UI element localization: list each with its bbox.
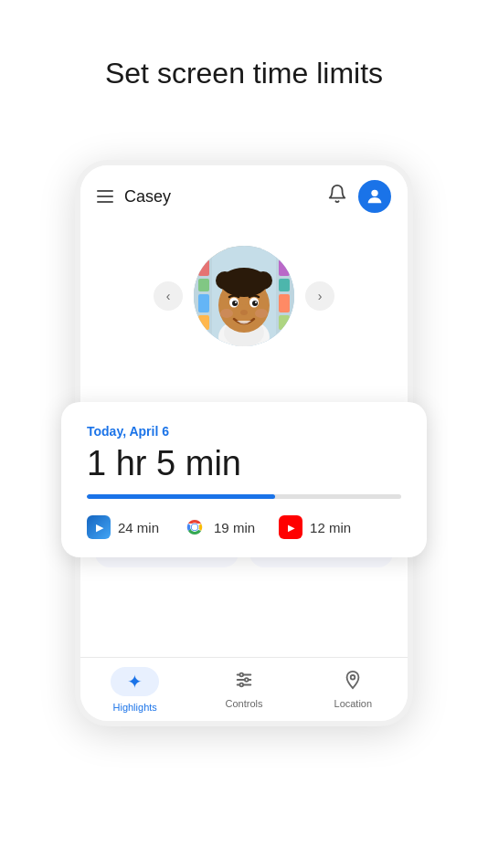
svg-rect-10 <box>279 294 290 312</box>
svg-rect-9 <box>279 279 290 291</box>
svg-point-24 <box>255 302 257 303</box>
next-child-button[interactable]: › <box>305 281 334 311</box>
child-photo <box>194 246 294 346</box>
svg-point-43 <box>351 675 355 680</box>
svg-point-18 <box>220 268 268 297</box>
page-title: Set screen time limits <box>0 0 488 121</box>
tab-highlights[interactable]: ✦ Highlights <box>80 658 189 721</box>
svg-point-21 <box>232 301 238 306</box>
app-usage-row: 24 min 19 min <box>87 515 401 539</box>
svg-point-26 <box>220 309 233 318</box>
svg-point-23 <box>235 302 237 303</box>
tab-highlights-label: Highlights <box>113 702 157 713</box>
chrome-time: 19 min <box>214 520 255 535</box>
progress-bar <box>87 494 401 499</box>
card-date: Today, April 6 <box>87 424 401 439</box>
tab-location-label: Location <box>334 698 373 709</box>
svg-point-0 <box>371 190 377 196</box>
youtube-icon <box>279 515 302 539</box>
location-icon <box>343 670 363 694</box>
svg-rect-5 <box>198 279 209 291</box>
controls-icon <box>234 670 254 694</box>
highlights-icon: ✦ <box>127 671 143 693</box>
svg-rect-11 <box>279 315 290 330</box>
progress-bar-fill <box>87 494 275 499</box>
svg-rect-7 <box>198 315 209 330</box>
app-usage-youtube: 12 min <box>279 515 351 539</box>
hamburger-icon[interactable] <box>97 190 113 203</box>
screen-time-card: Today, April 6 1 hr 5 min 24 min <box>61 402 427 557</box>
child-profile: ‹ <box>80 228 408 361</box>
play-time: 24 min <box>118 520 159 535</box>
youtube-time: 12 min <box>310 520 351 535</box>
svg-point-25 <box>240 310 248 315</box>
bottom-nav: ✦ Highlights Controls <box>80 657 408 721</box>
svg-rect-8 <box>279 259 290 276</box>
svg-point-48 <box>192 524 198 531</box>
svg-point-27 <box>255 309 268 318</box>
prev-child-button[interactable]: ‹ <box>154 281 183 311</box>
svg-point-42 <box>239 683 243 687</box>
bell-icon[interactable] <box>327 184 347 209</box>
card-time: 1 hr 5 min <box>87 444 401 483</box>
child-name: Casey <box>124 187 327 206</box>
tab-controls-label: Controls <box>226 698 263 709</box>
svg-point-22 <box>252 301 258 306</box>
svg-point-41 <box>245 678 249 682</box>
chrome-icon <box>183 515 207 539</box>
tab-location[interactable]: Location <box>299 658 408 721</box>
avatar[interactable] <box>358 180 391 213</box>
svg-point-40 <box>239 673 243 677</box>
play-store-icon <box>87 515 111 539</box>
tab-controls[interactable]: Controls <box>189 658 298 721</box>
phone-header: Casey <box>80 165 408 228</box>
svg-rect-6 <box>198 294 209 312</box>
svg-rect-4 <box>198 259 209 276</box>
app-usage-play: 24 min <box>87 515 159 539</box>
app-usage-chrome: 19 min <box>183 515 255 539</box>
